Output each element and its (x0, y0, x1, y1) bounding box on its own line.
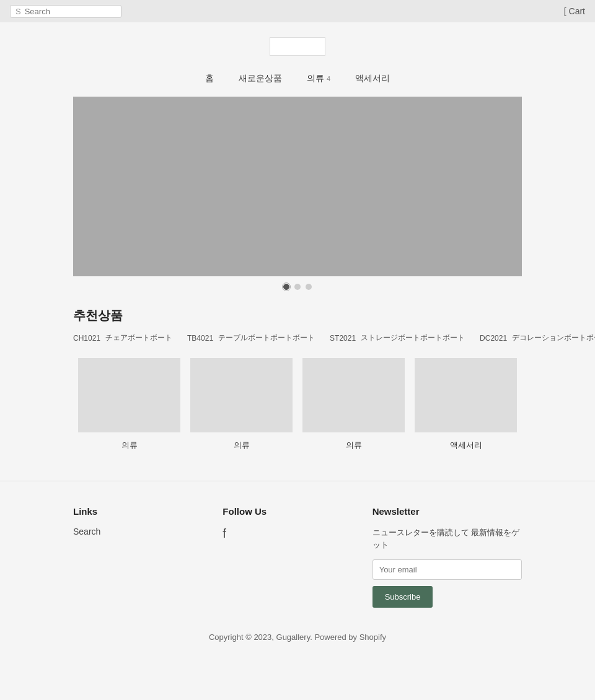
email-input[interactable] (372, 559, 522, 580)
search-input[interactable] (25, 7, 105, 16)
product-col-0[interactable]: 의류 (73, 358, 185, 451)
top-bar: S [ Cart (0, 0, 595, 22)
nav-item-clothing[interactable]: 의류 4 (307, 73, 330, 84)
search-icon: S (15, 7, 21, 16)
slider-dot-2[interactable] (294, 284, 301, 290)
featured-title: 추천상품 (73, 307, 522, 324)
product-image-3 (415, 358, 517, 432)
hero-slider (73, 97, 522, 297)
footer-cols: Links Search Follow Us f Newsletter ニュース… (73, 506, 522, 608)
featured-item-2: ST2021 ストレージボートボートボート (330, 333, 470, 343)
product-col-2[interactable]: 의류 (298, 358, 410, 451)
cart-label[interactable]: Cart (569, 6, 585, 16)
featured-name-2: ストレージボートボートボート (361, 333, 465, 343)
featured-code-1: TB4021 (187, 334, 213, 343)
featured-item-0: CH1021 チェアボートボート (73, 333, 177, 343)
cart-bracket: [ (564, 6, 566, 16)
product-image-2 (302, 358, 405, 432)
nav-badge-clothing: 4 (327, 75, 330, 82)
footer-links-title: Links (73, 506, 223, 517)
slider-dot-3[interactable] (306, 284, 312, 290)
product-name-2: 의류 (346, 440, 362, 451)
product-name-1: 의류 (234, 440, 250, 451)
featured-section: 추천상품 CH1021 チェアボートボート TB4021 テーブルボートボートボ… (73, 307, 522, 343)
nav-item-accessories[interactable]: 액세서리 (355, 73, 390, 84)
featured-item-1: TB4021 テーブルボートボートボート (187, 333, 320, 343)
nav-item-home[interactable]: 홈 (205, 73, 214, 84)
featured-code-3: DC2021 (480, 334, 507, 343)
footer: Links Search Follow Us f Newsletter ニュース… (0, 481, 595, 663)
copyright: Copyright © 2023, Gugallery. Powered by … (73, 620, 522, 648)
nav-item-new[interactable]: 새로운상품 (239, 73, 282, 84)
logo-area (0, 22, 595, 66)
product-name-3: 액세서리 (450, 440, 482, 451)
product-name-0: 의류 (121, 440, 138, 451)
featured-name-0: チェアボートボート (105, 333, 172, 343)
product-col-3[interactable]: 액세서리 (410, 358, 522, 451)
featured-code-2: ST2021 (330, 334, 356, 343)
product-grid: 의류 의류 의류 액세서리 (73, 358, 522, 451)
product-image-1 (190, 358, 293, 432)
newsletter-text: ニュースレターを購読して 最新情報をゲット (372, 527, 522, 551)
footer-follow-title: Follow Us (223, 506, 372, 517)
navigation: 홈 새로운상품 의류 4 액세서리 (0, 66, 595, 97)
cart-area[interactable]: [ Cart (564, 6, 585, 16)
slider-dots (73, 276, 522, 297)
footer-newsletter-title: Newsletter (372, 506, 522, 517)
slider-dot-1[interactable] (283, 284, 289, 290)
logo[interactable] (270, 37, 325, 56)
featured-item-3: DC2021 デコレーションボートボート (480, 333, 595, 343)
footer-col-newsletter: Newsletter ニュースレターを購読して 最新情報をゲット Subscri… (372, 506, 522, 608)
featured-name-1: テーブルボートボートボート (218, 333, 315, 343)
footer-search-link[interactable]: Search (73, 527, 223, 536)
facebook-icon[interactable]: f (223, 527, 226, 540)
hero-image (73, 97, 522, 276)
subscribe-button[interactable]: Subscribe (372, 586, 433, 608)
footer-col-links: Links Search (73, 506, 223, 608)
featured-items: CH1021 チェアボートボート TB4021 テーブルボートボートボート ST… (73, 333, 522, 343)
product-image-0 (78, 358, 180, 432)
featured-name-3: デコレーションボートボート (512, 333, 595, 343)
product-col-1[interactable]: 의류 (185, 358, 298, 451)
footer-col-follow: Follow Us f (223, 506, 372, 608)
featured-code-0: CH1021 (73, 334, 100, 343)
search-wrapper: S (10, 5, 121, 18)
